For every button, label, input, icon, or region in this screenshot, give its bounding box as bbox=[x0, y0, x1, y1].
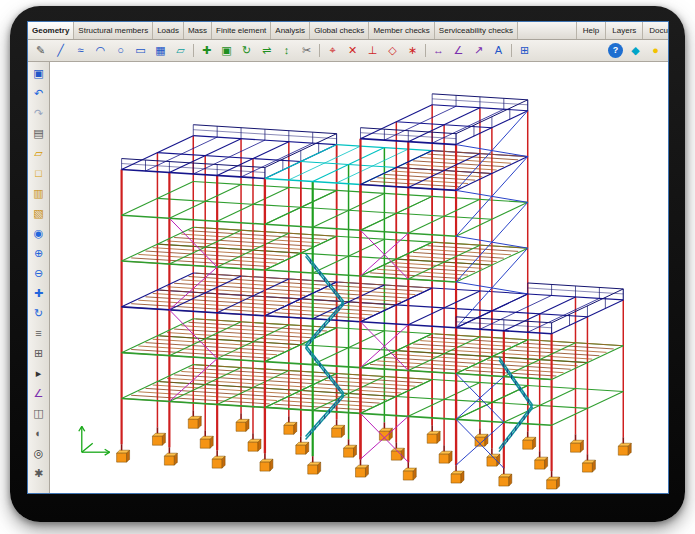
text-label-icon[interactable]: A bbox=[489, 41, 508, 60]
pencil-icon[interactable]: ✎ bbox=[31, 41, 50, 60]
draw-box-icon[interactable]: ▦ bbox=[151, 41, 170, 60]
toolbar-separator bbox=[319, 44, 320, 57]
workspace: ▣↶↷▤▱□▥▧◉⊕⊖✚↻≡⊞▸∠◫◐◎✱ bbox=[28, 62, 668, 493]
select-icon[interactable]: ▸ bbox=[29, 364, 48, 383]
main-toolbar: ✎╱≈◠○▭▦▱✚▣↻⇌↕✂⌖✕⊥◇∗↔∠↗A⊞?◆● bbox=[28, 40, 668, 62]
copy-object-icon[interactable]: ▣ bbox=[217, 41, 236, 60]
ribbon-tabs: GeometryStructural membersLoadsMassFinit… bbox=[28, 22, 518, 39]
new-model-icon[interactable]: □ bbox=[29, 164, 48, 183]
draw-rectangle-icon[interactable]: ▭ bbox=[131, 41, 150, 60]
draw-line-icon[interactable]: ╱ bbox=[51, 41, 70, 60]
snap-nearest-icon[interactable]: ∗ bbox=[403, 41, 422, 60]
options-icon[interactable]: ✱ bbox=[29, 464, 48, 483]
tab-analysis[interactable]: Analysis bbox=[271, 22, 310, 39]
zoom-out-icon[interactable]: ⊖ bbox=[29, 264, 48, 283]
copy-icon[interactable]: ▥ bbox=[29, 184, 48, 203]
tab-global-checks[interactable]: Global checks bbox=[310, 22, 369, 39]
orbit-icon[interactable]: ↻ bbox=[29, 304, 48, 323]
drawing-canvas bbox=[50, 62, 668, 493]
sidebar-toolbar: ▣↶↷▤▱□▥▧◉⊕⊖✚↻≡⊞▸∠◫◐◎✱ bbox=[28, 62, 50, 493]
toolbar-separator bbox=[425, 44, 426, 57]
tabbar-spacer bbox=[518, 22, 576, 39]
mirror-icon[interactable]: ⇌ bbox=[257, 41, 276, 60]
origin-axes-icon bbox=[79, 426, 110, 455]
paste-icon[interactable]: ▧ bbox=[29, 204, 48, 223]
draw-plane-icon[interactable]: ▱ bbox=[171, 41, 190, 60]
trim-icon[interactable]: ✂ bbox=[297, 41, 316, 60]
redo-icon[interactable]: ↷ bbox=[29, 104, 48, 123]
draw-spline-icon[interactable]: ≈ bbox=[71, 41, 90, 60]
tab-mass[interactable]: Mass bbox=[184, 22, 212, 39]
navigation-compass-icon[interactable]: ◆ bbox=[626, 41, 645, 60]
ribbon-tabbar: GeometryStructural membersLoadsMassFinit… bbox=[28, 22, 668, 40]
grid-icon[interactable]: ⊞ bbox=[29, 344, 48, 363]
dimension-angle-icon[interactable]: ∠ bbox=[449, 41, 468, 60]
snap-point-icon[interactable]: ⌖ bbox=[323, 41, 342, 60]
menu-help[interactable]: Help bbox=[576, 22, 605, 39]
tab-structural-members[interactable]: Structural members bbox=[74, 22, 153, 39]
views-icon[interactable]: ◫ bbox=[29, 404, 48, 423]
menu-document[interactable]: Docu bbox=[642, 22, 668, 39]
tab-serviceability-checks[interactable]: Serviceability checks bbox=[435, 22, 518, 39]
help-icon[interactable]: ? bbox=[608, 43, 623, 58]
save-icon[interactable]: ▣ bbox=[29, 64, 48, 83]
building-wireframe bbox=[117, 94, 632, 489]
measure-icon[interactable]: ∠ bbox=[29, 384, 48, 403]
print-icon[interactable]: ▤ bbox=[29, 124, 48, 143]
snap-midpoint-icon[interactable]: ◇ bbox=[383, 41, 402, 60]
dimension-linear-icon[interactable]: ↔ bbox=[429, 41, 448, 60]
menu-layers[interactable]: Layers bbox=[605, 22, 642, 39]
app-window: GeometryStructural membersLoadsMassFinit… bbox=[27, 21, 669, 494]
leader-icon[interactable]: ↗ bbox=[469, 41, 488, 60]
zoom-fit-icon[interactable]: ◉ bbox=[29, 224, 48, 243]
tab-geometry[interactable]: Geometry bbox=[28, 22, 74, 39]
move-icon[interactable]: ✚ bbox=[197, 41, 216, 60]
pan-icon[interactable]: ✚ bbox=[29, 284, 48, 303]
shading-icon[interactable]: ◐ bbox=[29, 424, 48, 443]
toolbar-separator bbox=[511, 44, 512, 57]
scale-icon[interactable]: ↕ bbox=[277, 41, 296, 60]
ribbon-right: Help Layers Docu bbox=[576, 22, 668, 39]
open-model-icon[interactable]: ▱ bbox=[29, 144, 48, 163]
model-viewport[interactable] bbox=[50, 62, 668, 493]
rotate-icon[interactable]: ↻ bbox=[237, 41, 256, 60]
numbering-icon[interactable]: ⊞ bbox=[515, 41, 534, 60]
snap-intersection-icon[interactable]: ✕ bbox=[343, 41, 362, 60]
toolbar-separator bbox=[193, 44, 194, 57]
tab-loads[interactable]: Loads bbox=[153, 22, 184, 39]
draw-circle-icon[interactable]: ○ bbox=[111, 41, 130, 60]
screenshot-frame: GeometryStructural membersLoadsMassFinit… bbox=[0, 0, 695, 534]
tips-lightbulb-icon[interactable]: ● bbox=[646, 41, 665, 60]
draw-arc-icon[interactable]: ◠ bbox=[91, 41, 110, 60]
snapshot-icon[interactable]: ◎ bbox=[29, 444, 48, 463]
snap-perpendicular-icon[interactable]: ⊥ bbox=[363, 41, 382, 60]
undo-icon[interactable]: ↶ bbox=[29, 84, 48, 103]
tab-finite-element[interactable]: Finite element bbox=[212, 22, 271, 39]
zoom-in-icon[interactable]: ⊕ bbox=[29, 244, 48, 263]
layers-icon[interactable]: ≡ bbox=[29, 324, 48, 343]
tab-member-checks[interactable]: Member checks bbox=[369, 22, 434, 39]
